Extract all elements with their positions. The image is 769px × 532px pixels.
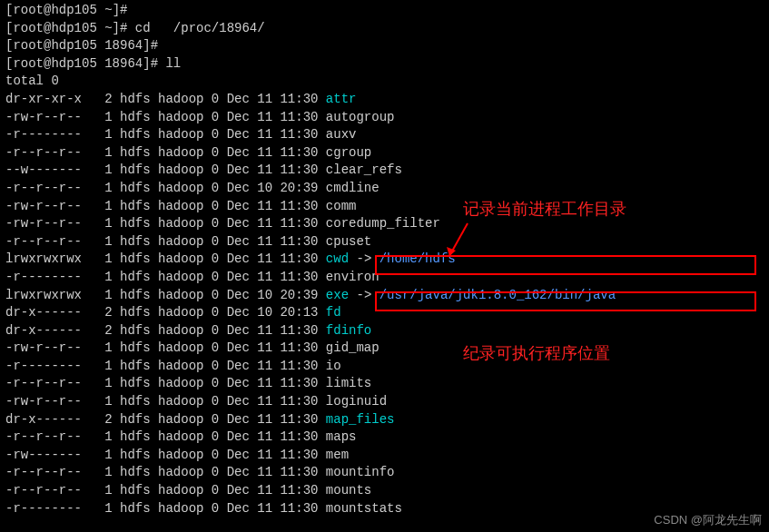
listing-row: lrwxrwxrwx 1 hdfs hadoop 0 Dec 10 20:39 … — [5, 287, 764, 305]
listing-row: --w------- 1 hdfs hadoop 0 Dec 11 11:30 … — [5, 162, 764, 180]
listing-row: -r-------- 1 hdfs hadoop 0 Dec 11 11:30 … — [5, 126, 764, 144]
listing-row: -rw-r--r-- 1 hdfs hadoop 0 Dec 11 11:30 … — [5, 215, 764, 233]
listing-row: -r--r--r-- 1 hdfs hadoop 0 Dec 11 11:30 … — [5, 233, 764, 251]
listing-row: -rw-r--r-- 1 hdfs hadoop 0 Dec 11 11:30 … — [5, 109, 764, 127]
listing-row: -r--r--r-- 1 hdfs hadoop 0 Dec 11 11:30 … — [5, 464, 764, 482]
watermark: CSDN @阿龙先生啊 — [654, 512, 762, 528]
listing-row: dr-x------ 2 hdfs hadoop 0 Dec 10 20:13 … — [5, 304, 764, 322]
prompt-line[interactable]: [root@hdp105 18964]# — [5, 37, 764, 55]
listing-row: -r--r--r-- 1 hdfs hadoop 0 Dec 11 11:30 … — [5, 429, 764, 447]
listing-row: -rw------- 1 hdfs hadoop 0 Dec 11 11:30 … — [5, 447, 764, 465]
listing-row: dr-xr-xr-x 2 hdfs hadoop 0 Dec 11 11:30 … — [5, 91, 764, 109]
listing-row: -r--r--r-- 1 hdfs hadoop 0 Dec 10 20:39 … — [5, 180, 764, 198]
prompt-line[interactable]: [root@hdp105 18964]# ll — [5, 55, 764, 74]
listing-row: -rw-r--r-- 1 hdfs hadoop 0 Dec 11 11:30 … — [5, 198, 764, 216]
listing-row: -r-------- 1 hdfs hadoop 0 Dec 11 11:30 … — [5, 358, 764, 376]
listing-row: -r--r--r-- 1 hdfs hadoop 0 Dec 11 11:30 … — [5, 144, 764, 163]
prompt-line[interactable]: [root@hdp105 ~]# cd /proc/18964/ — [5, 20, 764, 38]
listing-row: -r-------- 1 hdfs hadoop 0 Dec 11 11:30 … — [5, 269, 764, 287]
listing-row: -rw-r--r-- 1 hdfs hadoop 0 Dec 11 11:30 … — [5, 340, 764, 358]
total-line: total 0 — [5, 73, 764, 91]
listing-row: -r--r--r-- 1 hdfs hadoop 0 Dec 11 11:30 … — [5, 375, 764, 393]
listing-row: lrwxrwxrwx 1 hdfs hadoop 0 Dec 11 11:30 … — [5, 251, 764, 269]
listing-row: -r-------- 1 hdfs hadoop 0 Dec 11 11:30 … — [5, 500, 764, 518]
prompt-line: [root@hdp105 ~]# — [5, 2, 764, 20]
listing-row: -rw-r--r-- 1 hdfs hadoop 0 Dec 11 11:30 … — [5, 393, 764, 411]
listing-row: dr-x------ 2 hdfs hadoop 0 Dec 11 11:30 … — [5, 322, 764, 340]
listing-row: -r--r--r-- 1 hdfs hadoop 0 Dec 11 11:30 … — [5, 482, 764, 500]
listing-row: dr-x------ 2 hdfs hadoop 0 Dec 11 11:30 … — [5, 411, 764, 429]
terminal-output: [root@hdp105 ~]# [root@hdp105 ~]# cd /pr… — [5, 2, 764, 517]
